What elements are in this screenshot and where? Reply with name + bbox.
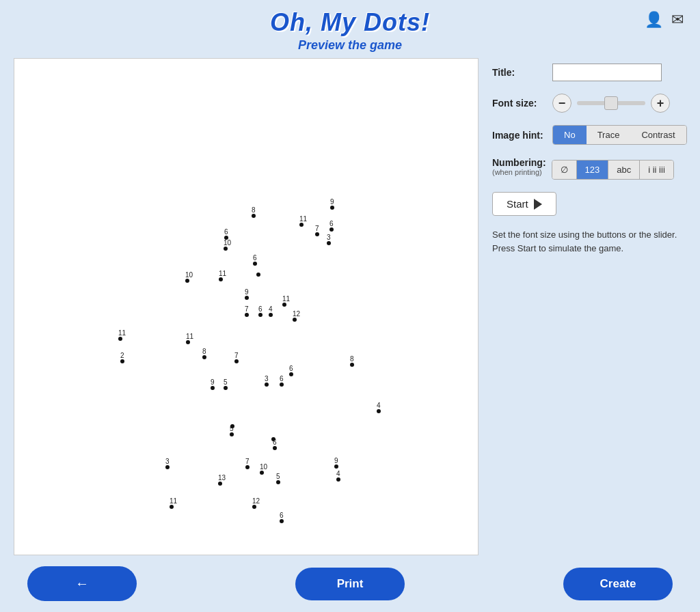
font-size-label: Font size: [492, 98, 547, 109]
svg-point-53 [211, 386, 215, 390]
svg-point-0 [330, 206, 334, 210]
svg-point-21 [219, 277, 223, 281]
svg-point-16 [253, 262, 257, 266]
svg-point-79 [170, 505, 174, 509]
svg-point-65 [165, 465, 170, 469]
numbering-123-button[interactable]: 123 [577, 161, 609, 179]
header-icons: 👤 ✉ [645, 11, 684, 29]
svg-text:7: 7 [315, 225, 319, 232]
svg-point-55 [224, 386, 228, 390]
svg-point-69 [260, 471, 264, 475]
svg-text:11: 11 [186, 333, 194, 340]
svg-text:11: 11 [118, 329, 126, 337]
svg-point-45 [350, 363, 354, 367]
svg-text:6: 6 [289, 365, 293, 372]
font-size-increase-button[interactable]: + [651, 94, 670, 113]
svg-text:7: 7 [234, 352, 239, 359]
svg-point-18 [256, 273, 260, 277]
svg-text:6: 6 [280, 375, 284, 382]
svg-point-35 [118, 337, 122, 341]
back-button[interactable]: ← [27, 566, 137, 601]
hint-trace-button[interactable]: Trace [587, 126, 631, 144]
svg-text:6: 6 [224, 228, 228, 236]
svg-point-2 [252, 214, 256, 218]
svg-point-73 [334, 464, 338, 469]
svg-point-12 [329, 227, 334, 232]
svg-point-29 [258, 313, 262, 317]
dots-canvas-area: 9811610763610119117641211118278636954563… [14, 58, 479, 555]
svg-point-62 [273, 446, 277, 450]
svg-text:8: 8 [252, 206, 256, 214]
svg-point-61 [230, 424, 234, 428]
svg-point-14 [327, 241, 331, 245]
svg-text:9: 9 [245, 288, 249, 296]
start-button[interactable]: Start [492, 192, 556, 216]
svg-text:8: 8 [350, 355, 354, 363]
play-icon [534, 199, 542, 210]
svg-text:12: 12 [252, 497, 260, 505]
svg-point-33 [293, 318, 297, 322]
svg-text:6: 6 [329, 220, 334, 227]
start-button-row: Start [492, 192, 687, 216]
svg-point-43 [234, 359, 239, 363]
start-label: Start [507, 198, 528, 210]
numbering-label-col: Numbering: (when printing) [492, 157, 546, 176]
svg-text:6: 6 [253, 254, 257, 262]
title-input[interactable] [552, 64, 662, 81]
numbering-sub: (when printing) [492, 168, 546, 176]
main-content: 9811610763610119117641211118278636954563… [0, 58, 700, 555]
font-size-slider-track[interactable] [577, 101, 645, 105]
user-icon[interactable]: 👤 [645, 11, 663, 29]
svg-point-47 [289, 372, 293, 376]
right-panel: Title: Font size: − + Image hint: No Tra… [492, 58, 687, 555]
svg-text:11: 11 [282, 295, 291, 303]
svg-text:3: 3 [265, 375, 269, 382]
svg-text:9: 9 [211, 378, 215, 386]
create-button[interactable]: Create [563, 568, 673, 600]
svg-point-19 [185, 279, 189, 283]
app-header: 👤 ✉ Oh, My Dots! Preview the game [0, 0, 700, 58]
svg-point-59 [230, 432, 234, 436]
svg-point-57 [377, 409, 381, 413]
svg-text:9: 9 [334, 457, 338, 464]
svg-text:4: 4 [269, 305, 273, 313]
svg-point-10 [315, 232, 319, 236]
bottom-bar: ← Print Create [0, 555, 700, 612]
numbering-roman-button[interactable]: i ii iii [640, 161, 673, 179]
svg-point-51 [280, 382, 284, 387]
svg-text:4: 4 [336, 470, 340, 477]
mail-icon[interactable]: ✉ [671, 11, 684, 29]
svg-point-75 [336, 477, 340, 482]
font-size-slider-thumb[interactable] [604, 96, 618, 110]
svg-point-71 [276, 480, 280, 484]
svg-point-25 [282, 303, 286, 307]
svg-text:5: 5 [224, 378, 228, 386]
dots-svg: 9811610763610119117641211118278636954563… [14, 59, 479, 523]
hint-text: Set the font size using the buttons or t… [492, 228, 684, 255]
image-hint-group: No Trace Contrast [552, 125, 687, 145]
svg-point-37 [186, 340, 190, 344]
app-title: Oh, My Dots! [270, 8, 430, 37]
svg-point-77 [218, 482, 222, 486]
numbering-none-button[interactable]: ∅ [552, 161, 577, 179]
svg-point-83 [280, 519, 284, 523]
svg-point-81 [252, 505, 256, 509]
svg-text:4: 4 [377, 402, 381, 409]
font-size-decrease-button[interactable]: − [552, 94, 571, 113]
svg-text:10: 10 [224, 239, 232, 247]
svg-text:7: 7 [245, 305, 249, 313]
hint-contrast-button[interactable]: Contrast [630, 126, 686, 144]
hint-no-button[interactable]: No [553, 126, 587, 144]
numbering-label: Numbering: [492, 157, 546, 168]
print-button[interactable]: Print [295, 568, 405, 600]
svg-text:2: 2 [120, 352, 124, 359]
svg-point-39 [202, 355, 206, 359]
numbering-group: ∅ 123 abc i ii iii [552, 160, 674, 180]
svg-point-49 [265, 382, 269, 387]
app-subtitle: Preview the game [298, 38, 402, 53]
svg-text:10: 10 [260, 463, 268, 471]
numbering-abc-button[interactable]: abc [608, 161, 640, 179]
svg-point-67 [245, 465, 250, 469]
svg-text:6: 6 [280, 512, 284, 519]
svg-text:3: 3 [165, 458, 170, 465]
